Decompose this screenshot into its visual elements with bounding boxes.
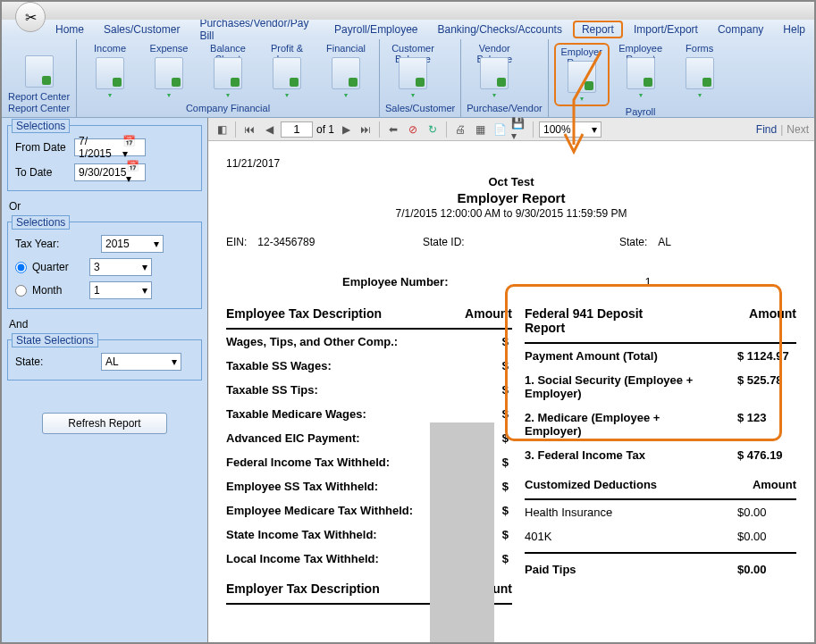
chevron-down-icon: ▾	[142, 261, 147, 273]
state-label: State:	[15, 355, 69, 368]
report-icon	[568, 61, 596, 93]
app-window: ✂ Home Sales/Customer Purchases/Vendor/P…	[0, 0, 816, 644]
report-info-row: EIN:12-3456789 State ID: State:AL	[226, 236, 796, 248]
stop-button[interactable]: ⊘	[405, 121, 421, 138]
quarter-radio[interactable]	[15, 262, 27, 273]
stateid-label: State ID:	[423, 236, 465, 248]
refresh-button[interactable]: ↻	[425, 121, 441, 138]
report-main: Employee Tax Description Amount Wages, T…	[226, 301, 796, 605]
f941-row: Payment Amount (Total)$ 1124.97	[525, 344, 796, 368]
report-toolbar: ◧ ⏮ ◀ of 1 ▶ ⏭ ⬅ ⊘ ↻ 🖨 ▦ 📄 💾▾ 100%▾	[208, 118, 814, 141]
month-radio[interactable]	[15, 285, 27, 297]
ribbon-caption-company-financial: Company Financial	[82, 103, 374, 115]
next-link[interactable]: Next	[787, 123, 809, 136]
ribbon-balance-sheet[interactable]: Balance Sheet▾	[200, 43, 256, 103]
selections-dates: Selections From Date 7/ 1/2015📅▾ To Date…	[7, 125, 202, 191]
ribbon-group-report-center: Report Center Report Center	[2, 39, 77, 117]
selections-legend-2: Selections	[12, 215, 70, 230]
chevron-down-icon: ▾	[226, 91, 230, 99]
to-date-label: To Date	[15, 166, 69, 179]
chevron-down-icon: ▾	[580, 95, 584, 103]
prev-page-button[interactable]: ◀	[261, 121, 277, 138]
ribbon-income[interactable]: Income▾	[82, 43, 138, 103]
chevron-down-icon: ▾	[639, 91, 643, 99]
report-body: 11/21/2017 Oct Test Employer Report 7/1/…	[208, 141, 814, 642]
ribbon-forms[interactable]: Forms▾	[672, 43, 728, 106]
ribbon-group-sales: Customer Balance▾ Sales/Customer	[380, 39, 461, 117]
tax-year-label: Tax Year:	[15, 238, 69, 250]
refresh-report-button[interactable]: Refresh Report	[42, 413, 167, 434]
ein-value: 12-3456789	[257, 236, 315, 248]
titlebar: ✂	[2, 2, 814, 20]
state-select[interactable]: AL▾	[101, 353, 181, 371]
ribbon-customer-balance[interactable]: Customer Balance▾	[385, 43, 441, 103]
menu-banking[interactable]: Banking/Checks/Accounts	[428, 21, 570, 38]
chevron-down-icon: ▾	[344, 91, 348, 99]
emp-num-value: 1	[644, 275, 651, 289]
back-button[interactable]: ⬅	[385, 121, 401, 138]
last-page-button[interactable]: ⏭	[358, 121, 374, 138]
menu-import[interactable]: Import/Export	[625, 21, 707, 38]
chevron-down-icon: ▾	[154, 238, 159, 250]
ribbon-employer-report[interactable]: Employer Report▾	[554, 43, 610, 106]
ribbon-caption-purchase: Purchase/Vendor	[467, 103, 542, 115]
chevron-down-icon: ▾	[698, 91, 702, 99]
ribbon-caption-payroll: Payroll	[554, 106, 728, 117]
paid-tips-amount: $0.00	[730, 563, 793, 576]
ribbon-employee-report[interactable]: Employee Report▾	[613, 43, 669, 106]
page-setup-button[interactable]: 📄	[492, 121, 508, 138]
to-date-input[interactable]: 9/30/2015📅▾	[74, 163, 146, 181]
app-logo[interactable]: ✂	[15, 2, 46, 32]
report-right-col: Federal 941 Deposit Report Amount Paymen…	[525, 301, 796, 605]
report-icon	[399, 57, 427, 89]
ribbon-group-payroll: Employer Report▾Employee Report▾Forms▾ P…	[549, 39, 733, 117]
or-text: Or	[9, 200, 200, 213]
export-button[interactable]: 💾▾	[511, 121, 527, 138]
chevron-down-icon: ▾	[172, 355, 177, 368]
ribbon-financial[interactable]: Financial▾	[318, 43, 374, 103]
cust-ded-amt-header: Amount	[753, 478, 796, 491]
quarter-select[interactable]: 3▾	[89, 258, 152, 276]
report-icon	[686, 57, 714, 89]
menu-home[interactable]: Home	[46, 21, 93, 38]
ribbon: Report Center Report Center Income▾Expen…	[2, 39, 814, 118]
ribbon-caption-report-center: Report Center	[7, 103, 71, 115]
ribbon-vendor-balance[interactable]: Vendor Balance▾	[467, 43, 522, 103]
report-icon	[214, 57, 242, 89]
report-center-button[interactable]: Report Center	[7, 43, 71, 103]
ribbon-profit-loss[interactable]: Profit & Loss▾	[259, 43, 315, 103]
ribbon-group-purchase: Vendor Balance▾ Purchase/Vendor	[461, 39, 548, 117]
f941-row: 1. Social Security (Employee + Employer)…	[525, 368, 796, 406]
f941-header: Federal 941 Deposit Report	[525, 306, 686, 335]
menu-sales[interactable]: Sales/Customer	[95, 21, 189, 38]
cust-ded-header: Customized Deductions	[525, 478, 657, 491]
from-date-input[interactable]: 7/ 1/2015📅▾	[74, 138, 146, 156]
zoom-select[interactable]: 100%▾	[539, 121, 601, 138]
find-link[interactable]: Find	[756, 123, 777, 136]
state-value: AL	[658, 236, 671, 248]
next-page-button[interactable]: ▶	[338, 121, 354, 138]
month-select[interactable]: 1▾	[89, 281, 152, 299]
chevron-down-icon: ▾	[592, 123, 597, 136]
tax-row: Wages, Tips, and Other Comp.:$	[226, 330, 512, 354]
menu-payroll[interactable]: Payroll/Employee	[325, 21, 426, 38]
report-area: ◧ ⏮ ◀ of 1 ▶ ⏭ ⬅ ⊘ ↻ 🖨 ▦ 📄 💾▾ 100%▾	[207, 118, 814, 642]
f941-row: 2. Medicare (Employee + Employer)$ 123	[525, 406, 796, 443]
report-icon	[332, 57, 360, 89]
print-date: 11/21/2017	[226, 157, 796, 170]
month-label: Month	[32, 284, 77, 297]
first-page-button[interactable]: ⏮	[241, 121, 257, 138]
toggle-tree-button[interactable]: ◧	[214, 121, 230, 138]
page-input[interactable]	[281, 121, 313, 138]
menu-company[interactable]: Company	[709, 21, 772, 38]
layout-button[interactable]: ▦	[472, 121, 488, 138]
sidebar: Selections From Date 7/ 1/2015📅▾ To Date…	[2, 118, 207, 642]
report-icon	[155, 57, 183, 89]
print-button[interactable]: 🖨	[452, 121, 468, 138]
menu-report[interactable]: Report	[573, 21, 623, 38]
ribbon-expense[interactable]: Expense▾	[141, 43, 197, 103]
f941-row: 3. Federal Income Tax$ 476.19	[525, 443, 796, 467]
chevron-down-icon: ▾	[142, 284, 147, 297]
menu-help[interactable]: Help	[774, 21, 814, 38]
tax-year-select[interactable]: 2015▾	[101, 235, 164, 253]
